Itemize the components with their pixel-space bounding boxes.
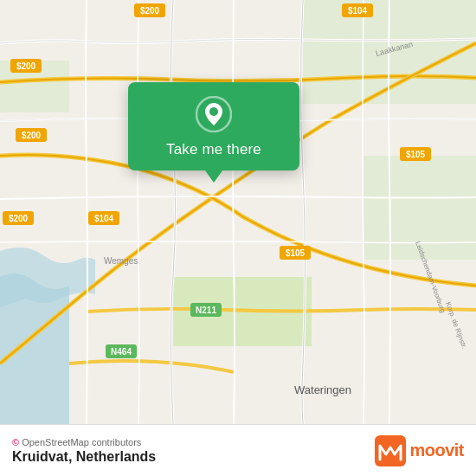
svg-text:$105: $105 — [406, 150, 426, 159]
osm-credit: © OpenStreetMap contributors — [12, 437, 156, 447]
svg-point-31 — [209, 107, 218, 116]
svg-text:$200: $200 — [16, 61, 36, 71]
svg-text:N211: N211 — [196, 306, 216, 315]
moovit-text: moovit — [409, 441, 464, 460]
svg-text:$200: $200 — [140, 6, 160, 16]
svg-text:N464: N464 — [111, 347, 132, 357]
svg-text:$105: $105 — [286, 248, 306, 258]
map-container: Wemges Wateringen Laakkanan $200 $104 $2… — [0, 0, 476, 424]
svg-text:$200: $200 — [9, 214, 29, 223]
moovit-icon — [375, 435, 406, 466]
bottom-info: © OpenStreetMap contributors Kruidvat, N… — [12, 437, 156, 465]
moovit-logo: moovit — [375, 435, 464, 466]
svg-text:Wateringen: Wateringen — [294, 383, 351, 396]
location-pin-icon — [196, 96, 232, 132]
svg-text:Wemges: Wemges — [104, 256, 138, 266]
popup-label: Take me there — [166, 141, 261, 158]
svg-text:$104: $104 — [348, 6, 368, 16]
location-name: Kruidvat, Netherlands — [12, 449, 156, 465]
svg-text:$104: $104 — [94, 214, 114, 223]
bottom-bar: © OpenStreetMap contributors Kruidvat, N… — [0, 424, 476, 476]
popup-card[interactable]: Take me there — [128, 82, 299, 170]
svg-text:$200: $200 — [22, 131, 42, 140]
